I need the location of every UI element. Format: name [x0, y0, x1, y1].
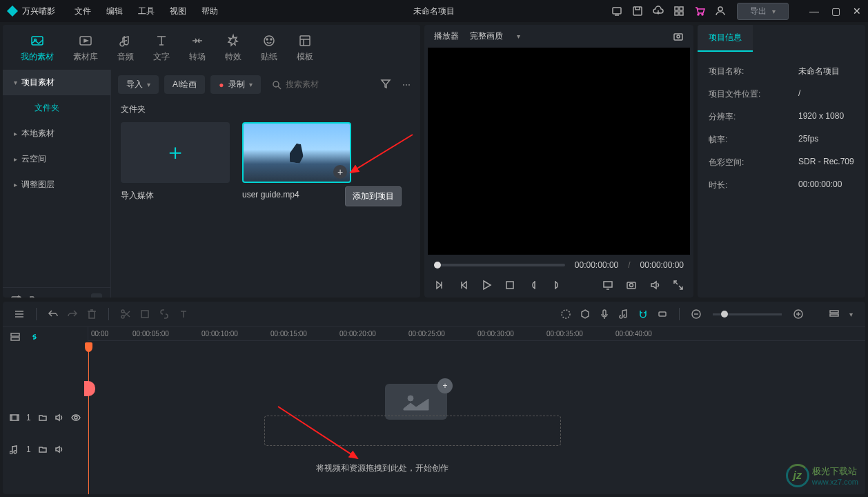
chain-icon[interactable] [156, 306, 172, 322]
split-icon[interactable] [117, 306, 134, 322]
tree-adjust[interactable]: ▸调整图层 [3, 172, 110, 197]
zoom-out-icon[interactable] [688, 306, 704, 322]
playhead-handle[interactable] [84, 381, 95, 396]
maximize-button[interactable]: ▢ [831, 6, 840, 17]
adjust-icon[interactable] [558, 306, 574, 322]
timeline-view-icon[interactable] [826, 306, 842, 322]
import-dropdown[interactable]: 导入▾ [118, 75, 159, 94]
zoom-slider[interactable] [713, 313, 782, 315]
step-back-icon[interactable] [457, 280, 468, 291]
folder-icon[interactable] [29, 294, 40, 298]
tab-transition[interactable]: 转场 [185, 30, 210, 66]
expand-tracks-icon[interactable] [10, 331, 21, 342]
tab-stock[interactable]: 素材库 [69, 30, 102, 66]
close-button[interactable]: ✕ [853, 6, 861, 17]
magnet-icon[interactable] [635, 306, 651, 322]
mark-out-icon[interactable] [551, 280, 562, 291]
audio-track-header[interactable]: 1 [3, 433, 88, 465]
timeline-tracks[interactable]: 00:00 00:00:05:00 00:00:10:00 00:00:15:0… [88, 327, 865, 494]
chevron-down-icon[interactable]: ▾ [845, 311, 857, 318]
new-folder-icon[interactable] [11, 294, 22, 298]
fullscreen-icon[interactable] [673, 280, 684, 291]
link-toggle-icon[interactable] [654, 306, 671, 322]
playhead[interactable] [88, 344, 89, 494]
minimize-button[interactable]: ― [809, 6, 819, 17]
timeline-menu-icon[interactable] [11, 306, 28, 322]
play-icon[interactable] [481, 280, 492, 291]
music-note-icon[interactable] [615, 306, 632, 322]
drop-zone[interactable] [264, 416, 561, 446]
export-button[interactable]: 导出 ▾ [737, 3, 789, 20]
prev-frame-icon[interactable] [434, 280, 445, 291]
tab-template[interactable]: 模板 [293, 30, 317, 66]
tree-cloud[interactable]: ▸云空间 [3, 146, 110, 172]
folder-small-icon[interactable] [38, 413, 48, 422]
marker-icon[interactable] [577, 306, 593, 322]
plus-icon: ＋ [164, 137, 186, 168]
video-track-icon [10, 413, 19, 422]
svg-point-13 [266, 39, 268, 40]
svg-rect-1 [633, 7, 642, 15]
mute-icon[interactable] [55, 445, 64, 454]
tab-sticker[interactable]: 贴纸 [257, 30, 282, 66]
device-icon[interactable] [611, 6, 622, 17]
svg-point-8 [718, 7, 722, 11]
quality-select[interactable]: 完整画质▾ [470, 30, 520, 42]
cloud-icon[interactable] [653, 6, 664, 17]
player-title: 播放器 [434, 30, 459, 42]
menu-tools[interactable]: 工具 [138, 6, 155, 17]
stop-icon[interactable] [504, 280, 515, 291]
more-icon[interactable]: ⋯ [400, 77, 413, 92]
ai-draw-button[interactable]: AI绘画 [164, 75, 205, 94]
visibility-icon[interactable] [71, 413, 81, 422]
menu-help[interactable]: 帮助 [201, 6, 218, 17]
mic-icon[interactable] [596, 306, 613, 322]
record-dropdown[interactable]: ●录制▾ [210, 75, 260, 94]
menu-view[interactable]: 视图 [170, 6, 186, 17]
volume-icon[interactable] [649, 280, 660, 291]
crop-icon[interactable] [137, 306, 153, 322]
player-progress-bar[interactable] [434, 264, 565, 266]
filter-icon[interactable] [377, 75, 394, 94]
info-tab[interactable]: 项目信息 [698, 25, 753, 52]
search-input[interactable]: 搜索素材 [266, 75, 372, 94]
tab-effect[interactable]: 特效 [221, 30, 246, 66]
link-icon[interactable] [29, 331, 40, 342]
collapse-sidebar-button[interactable]: ‹ [91, 293, 102, 298]
mark-in-icon[interactable] [528, 280, 539, 291]
menu-edit[interactable]: 编辑 [106, 6, 123, 17]
folder-small-icon[interactable] [38, 445, 48, 454]
media-clip-tile[interactable]: user guide.mp4 [242, 122, 351, 202]
tree-project-media[interactable]: ▾项目素材 [3, 70, 110, 95]
timeline-ruler[interactable]: 00:00 00:00:05:00 00:00:10:00 00:00:15:0… [88, 327, 865, 341]
tab-my-media[interactable]: 我的素材 [17, 30, 58, 66]
import-media-tile[interactable]: ＋ 导入媒体 [121, 122, 230, 202]
svg-rect-5 [680, 12, 683, 15]
display-icon[interactable] [602, 280, 613, 291]
redo-icon[interactable] [64, 306, 81, 322]
cart-icon[interactable] [694, 6, 705, 17]
player-panel: 播放器 完整画质▾ 00:00:00:00 / 00:00:00:00 [424, 25, 693, 298]
chevron-down-icon: ▾ [772, 8, 776, 15]
delete-icon[interactable] [83, 306, 100, 322]
track-headers: 1 1 [3, 327, 88, 494]
svg-rect-24 [89, 311, 95, 318]
undo-icon[interactable] [45, 306, 61, 322]
account-icon[interactable] [715, 6, 726, 17]
mute-icon[interactable] [55, 413, 64, 422]
text-tool-icon[interactable] [175, 306, 192, 322]
svg-point-25 [121, 310, 124, 313]
menu-file[interactable]: 文件 [75, 6, 91, 17]
tree-local[interactable]: ▸本地素材 [3, 121, 110, 146]
tree-folder[interactable]: 文件夹 [3, 95, 110, 121]
snapshot-icon[interactable] [673, 31, 684, 42]
save-icon[interactable] [632, 6, 643, 17]
apps-icon[interactable] [673, 6, 684, 17]
camera-icon[interactable] [626, 280, 637, 291]
tab-audio[interactable]: 音频 [113, 30, 138, 66]
video-track-header[interactable]: 1 [3, 402, 88, 433]
tab-text[interactable]: 文字 [149, 30, 174, 66]
zoom-in-icon[interactable] [790, 306, 807, 322]
player-viewport[interactable] [428, 48, 690, 255]
time-total: 00:00:00:00 [640, 260, 684, 270]
